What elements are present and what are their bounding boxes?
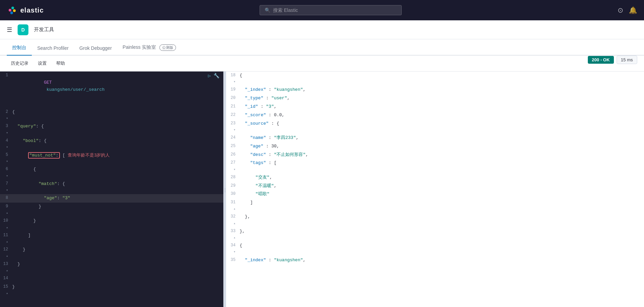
svg-point-3 (10, 12, 13, 14)
tab-grok-debugger[interactable]: Grok Debugger (74, 41, 117, 56)
svg-point-2 (13, 9, 16, 12)
elastic-brand-text: elastic (20, 6, 44, 14)
settings-button[interactable]: 设置 (34, 58, 51, 68)
line-num-1: 1 (0, 71, 12, 108)
search-input[interactable] (273, 7, 397, 13)
editor-line-2: 2 ▾ { (0, 108, 223, 122)
line-num-14: 14 (0, 274, 12, 283)
editor-line-9: 9 ▴ } (0, 203, 223, 217)
line-content-2: { (12, 108, 223, 122)
second-nav: ☰ D 开发工具 (0, 20, 644, 39)
annotated-must-not: "must_not": (28, 152, 60, 159)
line-num-9: 9 ▴ (0, 203, 12, 217)
editor-line-3: 3 ▾ "query": { (0, 122, 223, 137)
response-line-21: 21 "_id" : "3", (226, 103, 644, 111)
line-content-6: { (12, 165, 223, 180)
notifications-icon[interactable]: 🔔 (629, 6, 637, 14)
tab-painless-badge: 公测版 (159, 44, 176, 51)
method-keyword: GET (44, 80, 52, 85)
editor-line-12: 12 ▴ } (0, 246, 223, 260)
svg-point-1 (12, 7, 14, 9)
tab-search-profiler[interactable]: Search Profiler (32, 41, 74, 56)
response-line-19: 19 "_index" : "kuangshen", (226, 86, 644, 94)
response-lines: 18 ▾ { 19 "_index" : "kuangshen", 20 "_t… (226, 71, 644, 264)
status-badge: 200 - OK (588, 56, 614, 64)
url-text: kuangshen/user/_search (44, 87, 105, 92)
elastic-logo-icon (7, 5, 18, 16)
editor-line-11: 11 ▴ ] (0, 231, 223, 246)
help-icon[interactable]: ⊙ (618, 6, 623, 14)
top-nav: elastic 🔍 ⊙ 🔔 (0, 0, 644, 20)
editor-lines: 1 GET kuangshen/user/_search ▷ 🔧 2 ▾ { (0, 71, 223, 297)
response-line-29: 29 "不温暖", (226, 182, 644, 190)
line-num-6: 6 ▾ (0, 165, 12, 180)
response-line-28: 28 "交友", (226, 173, 644, 182)
line-content-8: "age": "3" (12, 194, 223, 203)
line-num-2: 2 ▾ (0, 108, 12, 122)
editor-line-5: 5 ▾ "must_not": [查询年龄不是3岁的人 (0, 151, 223, 165)
nav-right: ⊙ 🔔 (618, 6, 637, 14)
editor-line-6: 6 ▾ { (0, 165, 223, 180)
line-num-3: 3 ▾ (0, 122, 12, 137)
panel-divider[interactable]: ⋮ (223, 71, 226, 307)
editor-line-8: 8 "age": "3" (0, 194, 223, 203)
line-content-4: "bool": { (12, 137, 223, 151)
line-num-12: 12 ▴ (0, 246, 12, 260)
response-line-34: 34 ▾ { (226, 242, 644, 256)
line-content-10: } (12, 217, 223, 231)
editor-line-10: 10 ▴ } (0, 217, 223, 231)
editor-line-14: 14 (0, 274, 223, 283)
response-panel[interactable]: 18 ▾ { 19 "_index" : "kuangshen", 20 "_t… (226, 71, 644, 307)
line-num-7: 7 ▾ (0, 180, 12, 194)
response-line-26: 26 "desc" : "不止如何形容", (226, 151, 644, 159)
response-line-20: 20 "_type" : "user", (226, 94, 644, 103)
wrench-icon[interactable]: 🔧 (214, 72, 219, 80)
help-button[interactable]: 帮助 (52, 58, 69, 68)
response-line-30: 30 "唱歌" (226, 190, 644, 199)
main-content: 1 GET kuangshen/user/_search ▷ 🔧 2 ▾ { (0, 71, 644, 307)
svg-point-0 (9, 9, 12, 12)
line-content-7: "match": { (12, 180, 223, 194)
editor-line-15: 15 ▴ } (0, 283, 223, 297)
response-line-27: 27 ▾ "tags" : [ (226, 159, 644, 173)
comment-annotation: 查询年龄不是3岁的人 (68, 152, 110, 158)
global-search[interactable]: 🔍 (260, 5, 402, 15)
editor-line-13: 13 ▴ } (0, 260, 223, 274)
code-editor-panel[interactable]: 1 GET kuangshen/user/_search ▷ 🔧 2 ▾ { (0, 71, 223, 307)
avatar: D (18, 24, 28, 35)
line-num-10: 10 ▴ (0, 217, 12, 231)
tab-bar: 控制台 Search Profiler Grok Debugger Painle… (0, 39, 644, 56)
line-content-3: "query": { (12, 122, 223, 137)
response-line-32: 32 ▴ }, (226, 213, 644, 227)
line-content-11: ] (12, 231, 223, 246)
line-content-12: } (12, 246, 223, 260)
tab-painless-lab[interactable]: Painless 实验室 公测版 (117, 40, 181, 56)
response-line-22: 22 "_score" : 0.0, (226, 111, 644, 120)
response-line-33: 33 ▴ }, (226, 227, 644, 242)
editor-line-4: 4 ▾ "bool": { (0, 137, 223, 151)
code-editor[interactable]: 1 GET kuangshen/user/_search ▷ 🔧 2 ▾ { (0, 71, 223, 307)
line-num-8: 8 (0, 194, 12, 203)
hamburger-icon[interactable]: ☰ (7, 26, 12, 34)
line-content-5: "must_not": [查询年龄不是3岁的人 (12, 151, 223, 165)
run-icon[interactable]: ▷ (208, 72, 211, 80)
tab-console[interactable]: 控制台 (7, 41, 32, 56)
line-num-5: 5 ▾ (0, 151, 12, 165)
toolbar: 历史记录 设置 帮助 (0, 56, 644, 71)
response-line-25: 25 "age" : 30, (226, 142, 644, 151)
status-area: 200 - OK 15 ms (588, 56, 637, 64)
line-content-14 (12, 274, 223, 283)
history-button[interactable]: 历史记录 (7, 58, 32, 68)
elastic-logo[interactable]: elastic (7, 5, 44, 16)
line-num-4: 4 ▾ (0, 137, 12, 151)
nav-left: elastic (7, 5, 44, 16)
line-content-15: } (12, 283, 223, 297)
editor-line-7: 7 ▾ "match": { (0, 180, 223, 194)
line-num-11: 11 ▴ (0, 231, 12, 246)
line-num-13: 13 ▴ (0, 260, 12, 274)
line-content-13: } (12, 260, 223, 274)
response-line-18: 18 ▾ { (226, 71, 644, 86)
line-content-9: } (12, 203, 223, 217)
editor-line-1: 1 GET kuangshen/user/_search ▷ 🔧 (0, 71, 223, 108)
app-name: 开发工具 (34, 26, 54, 33)
